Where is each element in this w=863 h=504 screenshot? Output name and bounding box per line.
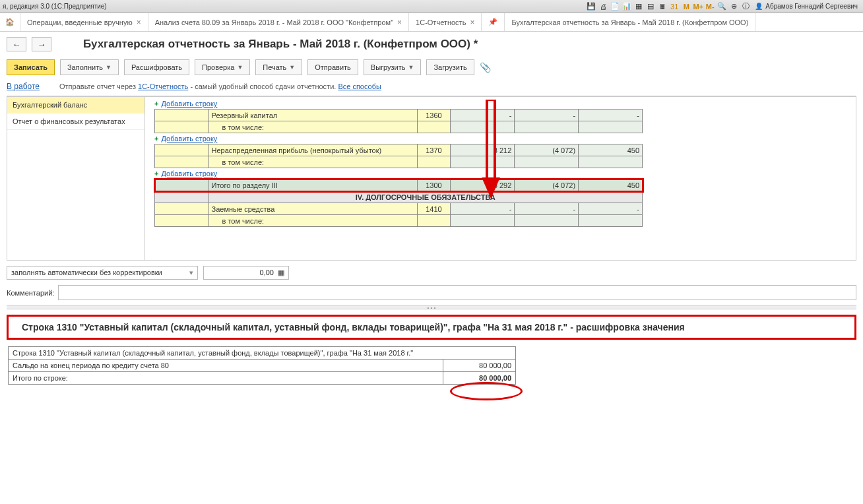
detail-label: Сальдо на конец периода по кредиту счета… <box>9 360 443 372</box>
add-row-link[interactable]: Добавить строку <box>161 100 217 108</box>
detail-title: Строка 1310 "Уставный капитал (складочны… <box>7 315 856 340</box>
help-icon[interactable]: ⓘ <box>740 1 751 12</box>
sidebar-item-balance[interactable]: Бухгалтерский баланс <box>7 97 144 113</box>
table-row: Заемные средства1410--- <box>155 203 643 215</box>
tab-operations[interactable]: Операции, введенные вручную× <box>20 13 148 31</box>
table-icon[interactable]: ▦ <box>633 1 644 12</box>
tab-label: Операции, введенные вручную <box>27 18 133 26</box>
cell-label: в том числе: <box>208 215 417 227</box>
caret-icon: ▼ <box>289 64 295 71</box>
cell-val[interactable]: - <box>579 110 643 121</box>
cell-code: 1360 <box>417 110 451 121</box>
caret-icon: ▾ <box>189 268 193 277</box>
plus-icon[interactable]: + <box>154 135 158 142</box>
tab-balance[interactable]: Бухгалтерская отчетность за Январь - Май… <box>505 13 755 31</box>
close-icon[interactable]: × <box>470 18 474 27</box>
btn-label: Записать <box>14 63 48 71</box>
upload-button[interactable]: Выгрузить▼ <box>364 59 422 75</box>
m-btn[interactable]: M <box>681 1 691 12</box>
annotation-ellipse <box>450 382 523 400</box>
balance-grid: Итого по разделу III13008 292(4 072)450 … <box>154 179 643 227</box>
save-button[interactable]: Записать <box>7 59 55 75</box>
print-icon[interactable]: 🖨 <box>598 1 608 12</box>
fill-button[interactable]: Заполнить▼ <box>60 59 119 75</box>
left-panel: Бухгалтерский баланс Отчет о финансовых … <box>7 96 145 261</box>
right-panel[interactable]: +Добавить строку Резервный капитал1360--… <box>145 96 856 261</box>
close-icon[interactable]: × <box>137 18 141 27</box>
cell-val[interactable]: 450 <box>579 179 643 191</box>
mplus-btn[interactable]: M+ <box>693 1 703 12</box>
cell-label: Нераспределенная прибыль (непокрытый убы… <box>208 144 417 156</box>
comment-row: Комментарий: <box>7 285 856 300</box>
plus-icon[interactable]: + <box>154 170 158 177</box>
table-row: в том числе: <box>155 121 643 133</box>
cell-val[interactable]: - <box>515 110 579 121</box>
user-name: Абрамов Геннадий Сергеевич <box>765 3 858 10</box>
add-row-1: +Добавить строку <box>148 98 853 109</box>
load-button[interactable]: Загрузить <box>426 59 474 75</box>
send-button[interactable]: Отправить <box>307 59 358 75</box>
plus-icon[interactable]: + <box>154 100 158 108</box>
cell-val[interactable]: 8 212 <box>451 144 515 156</box>
forward-button[interactable]: → <box>32 37 51 51</box>
cell-code: 1300 <box>417 179 451 191</box>
table-row: Итого по строке:80 000,00 <box>9 372 516 385</box>
table-row: Строка 1310 "Уставный капитал (складочны… <box>9 347 516 360</box>
cell-val[interactable]: (4 072) <box>515 144 579 156</box>
mode-select[interactable]: заполнять автоматически без корректировк… <box>7 266 198 280</box>
cell-val[interactable]: - <box>515 203 579 215</box>
content-area: ← → Бухгалтерская отчетность за Январь -… <box>0 32 863 504</box>
doc-icon[interactable]: 📄 <box>610 1 620 12</box>
attach-icon[interactable]: 📎 <box>480 62 491 73</box>
add-row-link[interactable]: Добавить строку <box>161 135 217 142</box>
info-link1[interactable]: 1С-Отчетность <box>138 82 188 90</box>
tab-pin[interactable]: 📌 <box>482 13 505 31</box>
add-row-link[interactable]: Добавить строку <box>161 170 217 177</box>
user-badge[interactable]: 👤 Абрамов Геннадий Сергеевич <box>752 3 860 10</box>
titlebar: я, редакция 3.0 (1С:Предприятие) 💾 🖨 📄 📊… <box>0 0 863 13</box>
splitter[interactable]: • • • <box>7 305 856 309</box>
pin-icon: 📌 <box>488 18 497 26</box>
comment-input[interactable] <box>58 285 856 300</box>
check-button[interactable]: Проверка▼ <box>195 59 250 75</box>
sidebar-item-finresults[interactable]: Отчет о финансовых результатах <box>7 113 144 130</box>
cell-val[interactable]: - <box>579 203 643 215</box>
tab-analysis[interactable]: Анализ счета 80.09 за Январь 2018 г. - М… <box>148 13 409 31</box>
decode-button[interactable]: Расшифровать <box>124 59 189 75</box>
toolbar: Записать Заполнить▼ Расшифровать Проверк… <box>7 59 856 75</box>
cell-val[interactable]: - <box>451 203 515 215</box>
print-button[interactable]: Печать▼ <box>255 59 302 75</box>
select-value: заполнять автоматически без корректировк… <box>11 268 162 277</box>
caret-icon: ▼ <box>408 64 414 71</box>
close-icon[interactable]: × <box>397 18 402 27</box>
grid-icon[interactable]: ▤ <box>645 1 656 12</box>
tab-reporting[interactable]: 1С-Отчетность× <box>409 13 482 31</box>
status-link[interactable]: В работе <box>7 82 40 91</box>
cell-val[interactable]: 8 292 <box>451 179 515 191</box>
tab-label: 1С-Отчетность <box>416 18 466 26</box>
section-label: IV. ДОЛГОСРОЧНЫЕ ОБЯЗАТЕЛЬСТВА <box>208 191 642 203</box>
mminus-btn[interactable]: M- <box>705 1 715 12</box>
calc-icon[interactable]: 🖩 <box>657 1 668 12</box>
cell-val[interactable]: 450 <box>579 144 643 156</box>
cell-val[interactable]: (4 072) <box>515 179 579 191</box>
caret-icon: ▼ <box>237 64 243 71</box>
table-row: в том числе: <box>155 156 643 168</box>
cell-val[interactable]: - <box>451 110 515 121</box>
tab-home[interactable]: 🏠 <box>0 13 20 31</box>
zoom-icon[interactable]: ⊕ <box>728 1 739 12</box>
zoom-in-icon[interactable]: 🔍 <box>717 1 727 12</box>
back-button[interactable]: ← <box>7 37 26 51</box>
amount-input[interactable]: 0,00▦ <box>203 266 289 280</box>
save-icon[interactable]: 💾 <box>586 1 596 12</box>
calc-icon[interactable]: ▦ <box>278 268 284 277</box>
chart-icon[interactable]: 📊 <box>622 1 632 12</box>
info-link2[interactable]: Все способы <box>338 82 381 90</box>
cal-icon[interactable]: 31 <box>669 1 680 12</box>
detail-table: Строка 1310 "Уставный капитал (складочны… <box>8 346 516 385</box>
titlebar-toolbar: 💾 🖨 📄 📊 ▦ ▤ 🖩 31 M M+ M- 🔍 ⊕ ⓘ 👤 Абрамов… <box>586 1 860 12</box>
btn-label: Заполнить <box>67 63 103 71</box>
cell-label: Резервный капитал <box>208 110 417 121</box>
detail-label: Итого по строке: <box>9 372 443 385</box>
btn-label: Печать <box>263 63 286 71</box>
